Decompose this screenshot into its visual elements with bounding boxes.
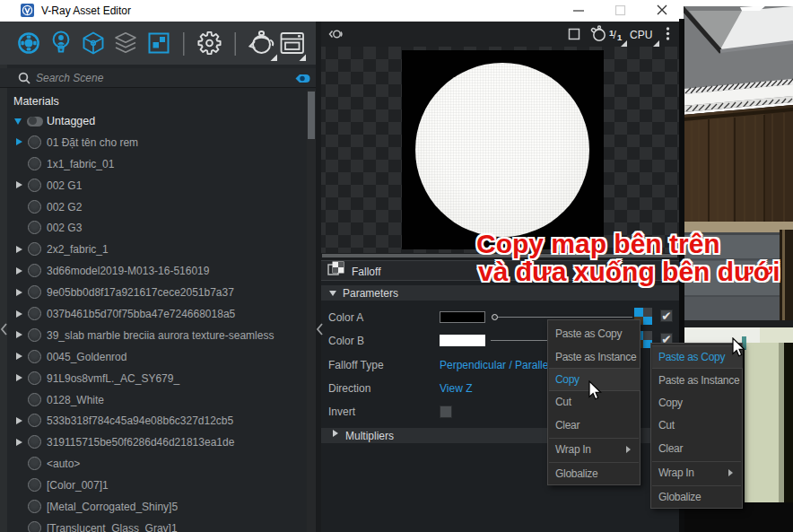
svg-text:/: /: [614, 29, 617, 41]
svg-text:1: 1: [617, 32, 623, 42]
svg-text:CPU: CPU: [630, 29, 652, 41]
